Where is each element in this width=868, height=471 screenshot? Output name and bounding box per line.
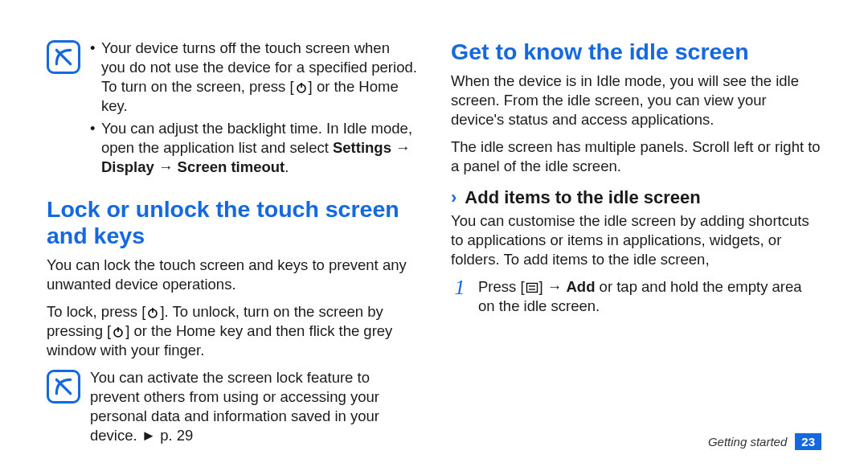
page-ref: p. 29: [156, 427, 193, 444]
arrow: ] →: [539, 278, 567, 295]
heading-idle-screen: Get to know the idle screen: [451, 39, 821, 65]
paragraph-idle-1: When the device is in Idle mode, you wil…: [451, 72, 821, 129]
paragraph-add-items: You can customise the idle screen by add…: [451, 211, 821, 269]
note-1-item-1: Your device turns off the touch screen w…: [90, 39, 417, 116]
left-column: Your device turns off the touch screen w…: [47, 39, 417, 442]
display-label: Display: [101, 158, 154, 175]
settings-label: Settings: [333, 139, 391, 156]
note-block-2: You can activate the screen lock feature…: [47, 368, 417, 445]
subheading-add-items: › Add items to the idle screen: [451, 187, 821, 208]
triangle-icon: ►: [141, 427, 156, 444]
power-icon: [145, 305, 160, 320]
paragraph-lock-2: To lock, press []. To unlock, turn on th…: [47, 302, 417, 360]
note-2-text: You can activate the screen lock feature…: [90, 368, 417, 445]
text: .: [285, 158, 289, 175]
power-icon: [111, 325, 125, 339]
footer-section: Getting started: [708, 435, 787, 448]
menu-icon: [525, 281, 539, 295]
page-footer: Getting started 23: [708, 433, 821, 450]
note-1-item-2: You can adjust the backlight time. In Id…: [90, 119, 417, 177]
arrow: →: [391, 139, 411, 156]
screen-timeout-label: Screen timeout: [178, 158, 285, 175]
text: To lock, press [: [47, 303, 145, 320]
subheading-label: Add items to the idle screen: [465, 187, 700, 208]
note-block-1: Your device turns off the touch screen w…: [47, 39, 417, 180]
svg-rect-6: [526, 284, 537, 293]
note-1-list: Your device turns off the touch screen w…: [90, 39, 417, 180]
paragraph-idle-2: The idle screen has multiple panels. Scr…: [451, 137, 821, 176]
right-column: Get to know the idle screen When the dev…: [451, 39, 821, 442]
text: Press [: [478, 278, 525, 295]
paragraph-lock-1: You can lock the touch screen and keys t…: [47, 256, 417, 294]
step-number: 1: [451, 277, 469, 298]
step-text: Press [] → Add or tap and hold the empty…: [478, 277, 821, 316]
chevron-right-icon: ›: [451, 187, 457, 208]
arrow: →: [154, 158, 178, 175]
power-icon: [294, 80, 309, 95]
note-icon: [47, 370, 80, 403]
text: You can activate the screen lock feature…: [90, 369, 379, 444]
manual-page: Your device turns off the touch screen w…: [0, 0, 868, 471]
note-icon: [47, 40, 80, 74]
add-label: Add: [567, 278, 596, 295]
page-number: 23: [795, 433, 821, 450]
step-1: 1 Press [] → Add or tap and hold the emp…: [451, 277, 821, 316]
heading-lock-unlock: Lock or unlock the touch screen and keys: [47, 196, 417, 249]
